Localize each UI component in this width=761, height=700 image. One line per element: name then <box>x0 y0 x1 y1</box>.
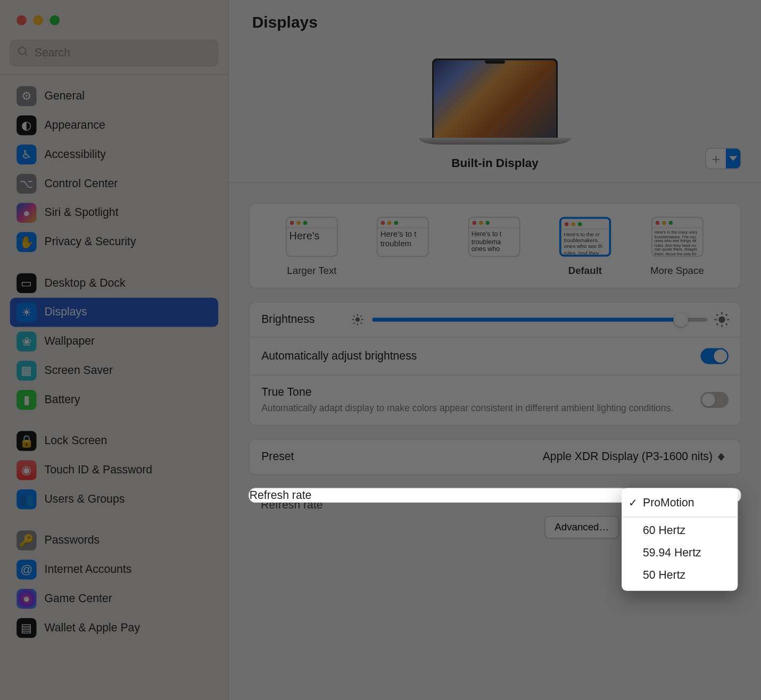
sidebar-item-label: Passwords <box>45 534 100 547</box>
sidebar-item-displays[interactable]: ☀︎Displays <box>10 298 218 327</box>
sidebar-item-appearance[interactable]: ◐Appearance <box>10 111 218 140</box>
menu-item-promotion[interactable]: ProMotion <box>622 492 738 514</box>
sidebar-item-label: Lock Screen <box>45 435 107 448</box>
updown-icon <box>718 451 729 463</box>
scale-option-4[interactable]: Here's to the crazy ones troublemakers. … <box>650 217 704 276</box>
add-display-control[interactable]: ＋ <box>705 148 741 169</box>
sun-bright-icon <box>714 312 730 328</box>
display-thumbnail[interactable] <box>420 52 570 145</box>
menu-separator <box>622 516 738 517</box>
sidebar-item-label: Screen Saver <box>45 364 113 377</box>
sidebar-item-label: Internet Accounts <box>45 563 132 576</box>
scale-option-0[interactable]: Here'sLarger Text <box>286 217 337 276</box>
sun-dim-icon <box>351 313 365 326</box>
plus-icon: ＋ <box>706 148 725 168</box>
scale-option-1[interactable]: Here's to t troublem <box>377 217 428 276</box>
truetone-label: True Tone <box>261 386 691 399</box>
svg-line-19 <box>726 314 727 315</box>
internet-accounts-icon: @ <box>16 560 36 579</box>
sidebar-item-label: Control Center <box>45 177 118 190</box>
menu-item-50-hertz[interactable]: 50 Hertz <box>622 564 738 587</box>
displays-icon: ☀︎ <box>16 302 36 322</box>
display-name: Built-in Display <box>451 156 538 170</box>
sidebar-item-label: Privacy & Security <box>45 236 136 249</box>
minimize-window-button[interactable] <box>33 15 43 25</box>
brightness-slider[interactable] <box>373 318 707 321</box>
sidebar-item-wallet-apple-pay[interactable]: ▤Wallet & Apple Pay <box>10 613 218 643</box>
chevron-down-icon <box>726 148 740 168</box>
auto-brightness-toggle[interactable] <box>701 348 729 364</box>
menu-item-60-hertz[interactable]: 60 Hertz <box>622 519 738 541</box>
svg-line-17 <box>726 323 727 324</box>
control-center-icon: ⌥ <box>16 174 36 194</box>
sidebar-item-label: Wallet & Apple Pay <box>45 621 140 635</box>
wallpaper-icon: ❀ <box>16 331 36 351</box>
main-content: Displays Built-in Display ＋ Here'sLarger… <box>229 0 761 700</box>
sidebar-item-label: Accessibility <box>45 148 106 161</box>
scale-thumb: Here's to the crazy ones troublemakers. … <box>651 217 703 257</box>
sidebar-item-accessibility[interactable]: ♿︎Accessibility <box>10 140 218 169</box>
sidebar-item-game-center[interactable]: ●Game Center <box>10 584 218 613</box>
sidebar-item-passwords[interactable]: 🔑Passwords <box>10 526 218 555</box>
general-icon: ⚙︎ <box>16 86 36 106</box>
scale-thumb: Here's to the cr troublemakers. ones who… <box>559 217 611 257</box>
slider-handle[interactable] <box>673 312 688 327</box>
display-preview: Built-in Display ＋ <box>229 32 761 183</box>
scale-label: More Space <box>650 264 704 276</box>
sidebar-item-label: Wallpaper <box>45 335 95 348</box>
sidebar-item-desktop-dock[interactable]: ▭Desktop & Dock <box>10 269 218 298</box>
brightness-panel: Brightness Automatically adjust brightne… <box>249 302 741 426</box>
sidebar-item-siri-spotlight[interactable]: ●Siri & Spotlight <box>10 198 218 228</box>
accessibility-icon: ♿︎ <box>16 145 36 164</box>
svg-line-18 <box>716 323 717 324</box>
lock-screen-icon: 🔒 <box>16 431 36 451</box>
sidebar-item-internet-accounts[interactable]: @Internet Accounts <box>10 555 218 584</box>
sidebar-item-label: Users & Groups <box>45 493 125 506</box>
truetone-toggle[interactable] <box>701 392 729 408</box>
sidebar-item-screen-saver[interactable]: ▦Screen Saver <box>10 356 218 385</box>
close-window-button[interactable] <box>16 15 27 25</box>
sidebar-item-battery[interactable]: ▮Battery <box>10 385 218 414</box>
preset-value[interactable]: Apple XDR Display (P3-1600 nits) <box>543 450 729 463</box>
sidebar-nav: ⚙︎General◐Appearance♿︎Accessibility⌥Cont… <box>0 75 228 661</box>
sidebar-item-label: Displays <box>45 306 87 319</box>
svg-line-16 <box>716 314 717 315</box>
sidebar-item-label: Siri & Spotlight <box>45 206 119 220</box>
sidebar-item-label: Touch ID & Password <box>45 463 153 477</box>
scale-option-2[interactable]: Here's to t troublema ones who <box>468 217 520 276</box>
svg-line-8 <box>361 323 362 324</box>
sidebar-item-control-center[interactable]: ⌥Control Center <box>10 169 218 198</box>
sidebar-item-lock-screen[interactable]: 🔒Lock Screen <box>10 427 218 456</box>
sidebar-item-wallpaper[interactable]: ❀Wallpaper <box>10 327 218 356</box>
sidebar-item-privacy-security[interactable]: ✋Privacy & Security <box>10 228 218 257</box>
scale-label: Default <box>568 264 602 276</box>
svg-point-2 <box>355 318 360 322</box>
search-input[interactable]: Search <box>10 40 218 66</box>
users-groups-icon: 👥 <box>16 489 36 509</box>
scale-thumb: Here's to t troublem <box>377 217 428 257</box>
touch-id-password-icon: ◉ <box>16 460 36 480</box>
sidebar-item-touch-id-password[interactable]: ◉Touch ID & Password <box>10 455 218 485</box>
resolution-panel: Here'sLarger TextHere's to t troublemHer… <box>249 203 741 288</box>
svg-line-7 <box>354 315 355 316</box>
battery-icon: ▮ <box>16 390 36 410</box>
sidebar-item-label: Appearance <box>45 119 105 132</box>
menu-item-59.94-hertz[interactable]: 59.94 Hertz <box>622 541 738 564</box>
sidebar-item-label: Game Center <box>45 592 112 605</box>
search-icon <box>17 45 29 61</box>
sidebar-item-label: Desktop & Dock <box>45 277 126 290</box>
scale-option-3[interactable]: Here's to the cr troublemakers. ones who… <box>559 217 611 276</box>
window-traffic-lights <box>0 0 228 40</box>
sidebar-item-label: Battery <box>45 393 80 406</box>
preset-label: Preset <box>261 450 533 463</box>
truetone-sub: Automatically adapt display to make colo… <box>261 402 691 415</box>
sidebar-item-general[interactable]: ⚙︎General <box>10 81 218 111</box>
sidebar-item-users-groups[interactable]: 👥Users & Groups <box>10 485 218 514</box>
refresh-rate-menu: ProMotion60 Hertz59.94 Hertz50 Hertz <box>622 488 738 590</box>
search-placeholder: Search <box>35 46 70 60</box>
settings-window: Search ⚙︎General◐Appearance♿︎Accessibili… <box>0 0 761 700</box>
zoom-window-button[interactable] <box>50 15 60 25</box>
scale-thumb: Here's to t troublema ones who <box>468 217 520 257</box>
svg-line-9 <box>354 323 355 324</box>
brightness-label: Brightness <box>261 313 315 326</box>
